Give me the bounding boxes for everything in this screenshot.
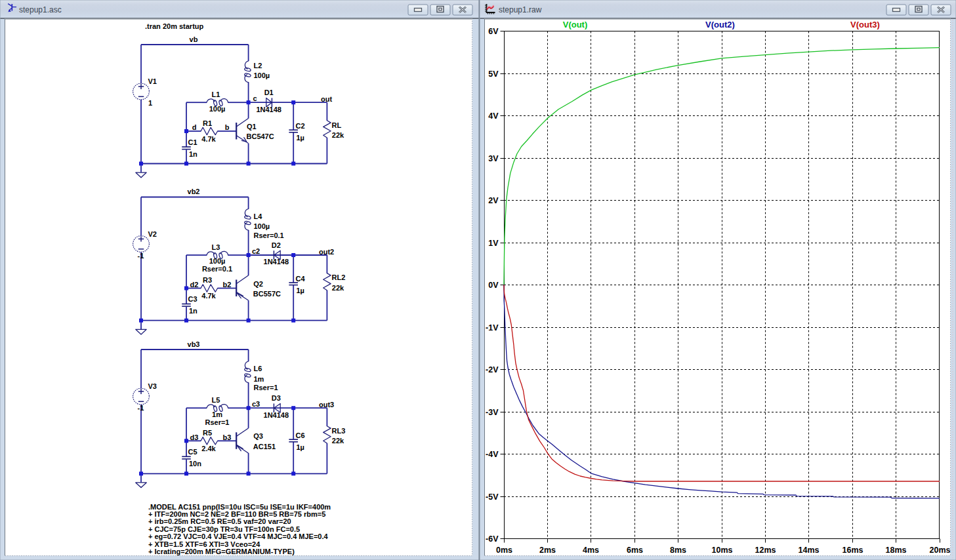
svg-text:vb2: vb2 [188, 188, 200, 195]
svg-text:vb: vb [190, 35, 198, 43]
svg-text:V2: V2 [148, 230, 157, 238]
svg-text:D2: D2 [272, 241, 281, 249]
svg-text:6V: 6V [488, 27, 499, 36]
svg-text:R3: R3 [203, 276, 212, 284]
svg-text:R5: R5 [203, 429, 212, 437]
svg-text:16ms: 16ms [842, 546, 863, 555]
svg-text:D1: D1 [264, 89, 274, 96]
svg-text:Q2: Q2 [253, 280, 263, 288]
svg-text:2.4k: 2.4k [201, 445, 216, 452]
svg-text:-5V: -5V [486, 492, 499, 502]
svg-text:1N4148: 1N4148 [256, 106, 281, 113]
svg-text:8ms: 8ms [670, 546, 686, 555]
svg-text:+ XTB=1.5 XTF=6 XTI=3 Vceo=24: + XTB=1.5 XTF=6 XTI=3 Vceo=24 [148, 540, 260, 548]
svg-text:-1V: -1V [486, 323, 499, 332]
svg-text:0ms: 0ms [496, 546, 512, 555]
svg-text:C4: C4 [296, 275, 306, 283]
svg-text:c3: c3 [252, 400, 260, 408]
svg-text:V1: V1 [148, 77, 157, 85]
svg-text:0V: 0V [488, 281, 499, 290]
svg-text:10n: 10n [189, 460, 201, 468]
svg-text:L6: L6 [254, 365, 262, 372]
svg-text:100µ: 100µ [254, 71, 270, 79]
svg-text:+ irb=0.25m RC=0.5 RE=0.5 vaf=: + irb=0.25m RC=0.5 RE=0.5 vaf=20 var=20 [148, 517, 291, 525]
svg-text:2V: 2V [488, 196, 499, 205]
svg-text:20ms: 20ms [930, 546, 951, 555]
svg-text:vb3: vb3 [188, 340, 200, 348]
svg-text:L1: L1 [212, 90, 220, 98]
svg-text:.tran 20m startup: .tran 20m startup [145, 22, 204, 30]
svg-text:Rser=0.1: Rser=0.1 [202, 265, 232, 273]
svg-text:-4V: -4V [486, 450, 499, 459]
svg-text:+ ITF=200m NC=2 NE=2 BF=110 BR: + ITF=200m NC=2 NE=2 BF=110 BR=5 RB=75 r… [148, 510, 325, 518]
svg-text:C5: C5 [188, 448, 197, 456]
svg-text:c: c [253, 94, 257, 102]
svg-text:-3V: -3V [486, 408, 499, 417]
svg-text:4V: 4V [488, 111, 499, 121]
svg-text:BC557C: BC557C [253, 290, 281, 298]
svg-text:c2: c2 [252, 247, 260, 255]
svg-text:100µ: 100µ [209, 105, 226, 113]
svg-text:V3: V3 [148, 382, 157, 390]
svg-text:100µ: 100µ [254, 222, 270, 230]
svg-text:-6V: -6V [486, 534, 499, 544]
svg-text:1N4148: 1N4148 [264, 258, 289, 266]
svg-text:RL2: RL2 [332, 273, 346, 281]
svg-text:+ eg=0.72 VJC=0.4 VJE=0.4 VTF=: + eg=0.72 VJC=0.4 VJE=0.4 VTF=4 MJC=0.4 … [148, 532, 329, 540]
svg-text:22k: 22k [332, 437, 344, 445]
svg-text:d: d [192, 123, 197, 131]
svg-text:Q3: Q3 [253, 432, 263, 440]
svg-text:L2: L2 [254, 62, 262, 70]
svg-text:+ Icrating=200m MFG=GERMANIUM-: + Icrating=200m MFG=GERMANIUM-TYPE) [148, 548, 295, 555]
svg-text:V(out2): V(out2) [705, 20, 735, 30]
svg-text:RL: RL [332, 121, 342, 129]
svg-text:R1: R1 [203, 119, 212, 127]
svg-text:Rser=1: Rser=1 [205, 418, 229, 426]
svg-text:14ms: 14ms [799, 546, 820, 555]
svg-text:b3: b3 [223, 433, 232, 441]
svg-text:b: b [225, 123, 230, 131]
svg-text:1µ: 1µ [297, 443, 304, 451]
svg-text:C2: C2 [296, 122, 305, 130]
svg-text:1m: 1m [254, 375, 264, 383]
svg-text:Q1: Q1 [247, 123, 257, 130]
svg-text:4ms: 4ms [583, 546, 599, 555]
svg-text:out: out [321, 95, 332, 103]
svg-text:d3: d3 [190, 433, 199, 441]
svg-text:1n: 1n [189, 150, 197, 158]
svg-text:b2: b2 [223, 281, 232, 289]
svg-text:D3: D3 [272, 394, 281, 402]
svg-text:out3: out3 [319, 401, 334, 409]
svg-text:stepup1.raw: stepup1.raw [499, 5, 542, 14]
svg-text:4.7k: 4.7k [201, 135, 216, 143]
svg-text:L4: L4 [254, 212, 263, 220]
svg-text:1m: 1m [212, 410, 222, 418]
svg-text:10ms: 10ms [712, 546, 733, 555]
svg-text:Rser=0.1: Rser=0.1 [254, 231, 284, 239]
svg-text:1N4148: 1N4148 [264, 411, 289, 419]
svg-text:5V: 5V [488, 70, 499, 79]
svg-text:d2: d2 [190, 281, 199, 289]
svg-text:1V: 1V [488, 239, 499, 248]
svg-text:L5: L5 [212, 396, 220, 404]
svg-text:22k: 22k [332, 284, 344, 292]
svg-text:100µ: 100µ [209, 257, 226, 265]
svg-text:stepup1.asc: stepup1.asc [19, 5, 62, 14]
svg-text:-2V: -2V [486, 365, 499, 374]
svg-text:1µ: 1µ [297, 134, 304, 142]
svg-text:C6: C6 [296, 431, 305, 439]
svg-text:-1: -1 [138, 252, 144, 260]
svg-text:AC151: AC151 [253, 443, 276, 450]
svg-text:18ms: 18ms [886, 546, 907, 555]
svg-text:V(out3): V(out3) [850, 20, 880, 30]
svg-text:RL3: RL3 [332, 427, 346, 435]
svg-text:out2: out2 [319, 248, 334, 256]
svg-text:2ms: 2ms [539, 546, 556, 555]
svg-text:4.7k: 4.7k [201, 292, 216, 300]
svg-text:1n: 1n [189, 307, 197, 315]
svg-text:-1: -1 [138, 404, 144, 412]
svg-text:.MODEL AC151 pnp(IS=10u ISC=5u: .MODEL AC151 pnp(IS=10u ISC=5u ISE=1u IK… [148, 503, 331, 511]
svg-text:V(out): V(out) [563, 20, 588, 30]
svg-text:1: 1 [148, 99, 152, 107]
svg-text:C1: C1 [188, 138, 197, 146]
